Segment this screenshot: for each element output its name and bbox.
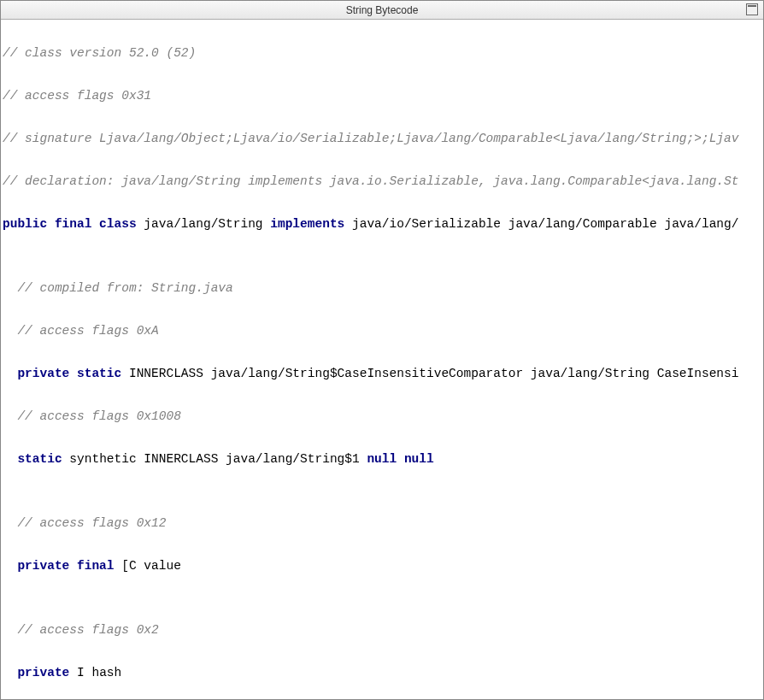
- indent: [3, 452, 17, 466]
- indent: [3, 559, 17, 573]
- code-comment: // signature Ljava/lang/Object;Ljava/io/…: [3, 128, 763, 150]
- window-title: String Bytecode: [346, 4, 419, 16]
- keyword: public final class: [3, 217, 144, 231]
- code-text: java/lang/String: [144, 217, 270, 231]
- keyword: private final: [17, 559, 121, 573]
- code-comment: // class version 52.0 (52): [3, 43, 763, 64]
- code-text: I hash: [77, 666, 121, 679]
- code-comment: // declaration: java/lang/String impleme…: [3, 171, 763, 192]
- code-text: java/io/Serializable java/lang/Comparabl…: [352, 217, 738, 231]
- keyword: private static: [17, 367, 129, 380]
- code-line: private static INNERCLASS java/lang/Stri…: [3, 363, 763, 385]
- keyword: private: [17, 666, 77, 679]
- code-line: static synthetic INNERCLASS java/lang/St…: [3, 449, 763, 470]
- code-line: public final class java/lang/String impl…: [3, 214, 763, 235]
- code-text: synthetic INNERCLASS java/lang/String$1: [69, 452, 367, 466]
- code-comment: // compiled from: String.java: [3, 278, 763, 299]
- window-title-bar: String Bytecode: [1, 1, 763, 20]
- keyword: implements: [270, 217, 352, 231]
- code-comment: // access flags 0x31: [3, 85, 763, 107]
- code-comment: // access flags 0x1008: [3, 406, 763, 427]
- indent: [3, 367, 17, 380]
- indent: [3, 666, 17, 679]
- maximize-icon[interactable]: [746, 3, 758, 15]
- keyword: static: [17, 452, 69, 466]
- code-comment: // access flags 0x2: [3, 620, 763, 641]
- code-comment: // access flags 0x12: [3, 513, 763, 534]
- keyword: null null: [367, 452, 433, 466]
- code-comment: // access flags 0xA: [3, 321, 763, 342]
- code-text: [C value: [121, 559, 181, 573]
- code-text: INNERCLASS java/lang/String$CaseInsensit…: [129, 367, 739, 380]
- bytecode-viewer: // class version 52.0 (52) // access fla…: [1, 20, 763, 700]
- code-line: private I hash: [3, 662, 763, 684]
- code-line: private final [C value: [3, 556, 763, 577]
